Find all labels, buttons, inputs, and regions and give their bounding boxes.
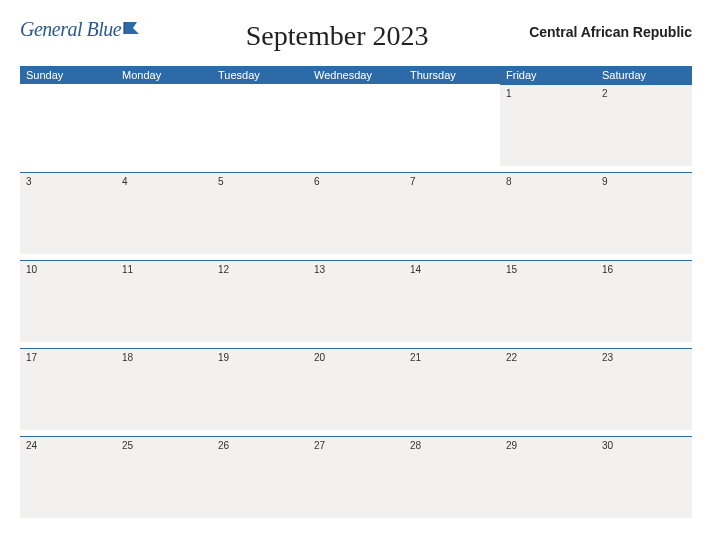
day-header: Wednesday	[308, 66, 404, 84]
day-number: 9	[596, 173, 692, 190]
day-cell: 25	[116, 436, 212, 518]
day-number: 30	[596, 437, 692, 454]
day-cell: 3	[20, 172, 116, 254]
day-cell: 5	[212, 172, 308, 254]
day-number: 20	[308, 349, 404, 366]
day-cell-empty	[404, 84, 500, 166]
day-cell: 2	[596, 84, 692, 166]
day-cell: 16	[596, 260, 692, 342]
day-header: Friday	[500, 66, 596, 84]
day-cell: 10	[20, 260, 116, 342]
day-cell-empty	[308, 84, 404, 166]
day-cell: 28	[404, 436, 500, 518]
day-header: Saturday	[596, 66, 692, 84]
day-number: 26	[212, 437, 308, 454]
day-number: 29	[500, 437, 596, 454]
day-number: 23	[596, 349, 692, 366]
day-headers-row: Sunday Monday Tuesday Wednesday Thursday…	[20, 66, 692, 84]
day-number: 17	[20, 349, 116, 366]
day-number: 28	[404, 437, 500, 454]
day-cell-empty	[116, 84, 212, 166]
day-number: 2	[596, 85, 692, 102]
day-cell: 7	[404, 172, 500, 254]
day-number: 18	[116, 349, 212, 366]
day-number: 7	[404, 173, 500, 190]
day-number: 8	[500, 173, 596, 190]
day-cell: 4	[116, 172, 212, 254]
day-cell: 9	[596, 172, 692, 254]
day-number: 27	[308, 437, 404, 454]
day-cell: 22	[500, 348, 596, 430]
day-cell: 20	[308, 348, 404, 430]
day-cell: 18	[116, 348, 212, 430]
week-row: 3 4 5 6 7 8 9	[20, 172, 692, 260]
day-cell: 24	[20, 436, 116, 518]
day-cell: 12	[212, 260, 308, 342]
day-cell-empty	[20, 84, 116, 166]
day-number: 3	[20, 173, 116, 190]
day-cell: 21	[404, 348, 500, 430]
day-number: 5	[212, 173, 308, 190]
logo: General Blue	[20, 18, 145, 42]
day-cell: 14	[404, 260, 500, 342]
day-cell: 19	[212, 348, 308, 430]
day-number: 4	[116, 173, 212, 190]
day-number: 14	[404, 261, 500, 278]
day-number: 11	[116, 261, 212, 278]
day-cell: 6	[308, 172, 404, 254]
logo-text: General Blue	[20, 18, 121, 41]
day-number: 22	[500, 349, 596, 366]
day-number: 15	[500, 261, 596, 278]
week-row: 17 18 19 20 21 22 23	[20, 348, 692, 436]
day-number: 13	[308, 261, 404, 278]
day-number: 19	[212, 349, 308, 366]
day-header: Thursday	[404, 66, 500, 84]
day-header: Tuesday	[212, 66, 308, 84]
day-cell: 8	[500, 172, 596, 254]
day-cell: 13	[308, 260, 404, 342]
day-header: Monday	[116, 66, 212, 84]
day-cell: 26	[212, 436, 308, 518]
day-cell: 30	[596, 436, 692, 518]
day-cell: 23	[596, 348, 692, 430]
day-number: 12	[212, 261, 308, 278]
week-row: 24 25 26 27 28 29 30	[20, 436, 692, 524]
header: General Blue September 2023 Central Afri…	[20, 18, 692, 52]
day-number: 16	[596, 261, 692, 278]
day-number: 25	[116, 437, 212, 454]
day-cell: 15	[500, 260, 596, 342]
day-number: 21	[404, 349, 500, 366]
day-number: 10	[20, 261, 116, 278]
week-row: 10 11 12 13 14 15 16	[20, 260, 692, 348]
region-label: Central African Republic	[529, 24, 692, 40]
day-cell-empty	[212, 84, 308, 166]
day-cell: 11	[116, 260, 212, 342]
day-header: Sunday	[20, 66, 116, 84]
day-number: 6	[308, 173, 404, 190]
day-cell: 27	[308, 436, 404, 518]
week-row: 1 2	[20, 84, 692, 172]
day-number: 1	[500, 85, 596, 102]
calendar: Sunday Monday Tuesday Wednesday Thursday…	[20, 66, 692, 524]
day-number: 24	[20, 437, 116, 454]
day-cell: 1	[500, 84, 596, 166]
page-title: September 2023	[145, 20, 529, 52]
day-cell: 17	[20, 348, 116, 430]
logo-flag-icon	[123, 20, 145, 42]
day-cell: 29	[500, 436, 596, 518]
